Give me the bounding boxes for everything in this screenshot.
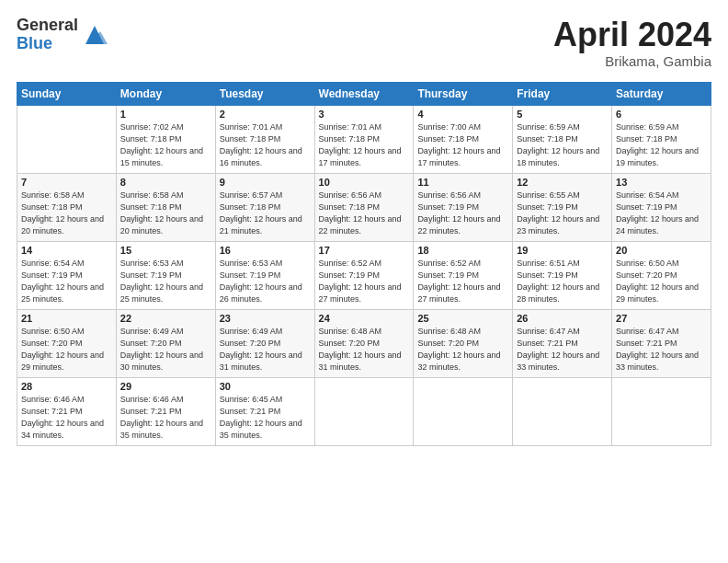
table-row: 26 Sunrise: 6:47 AMSunset: 7:21 PMDaylig… xyxy=(513,309,612,377)
col-thursday: Thursday xyxy=(414,82,513,105)
day-number: 19 xyxy=(517,245,608,256)
calendar-week-0: 1 Sunrise: 7:02 AMSunset: 7:18 PMDayligh… xyxy=(17,105,711,173)
title-month: April 2024 xyxy=(553,17,711,53)
calendar-week-1: 7 Sunrise: 6:58 AMSunset: 7:18 PMDayligh… xyxy=(17,173,711,241)
day-number: 8 xyxy=(120,177,211,188)
day-number: 12 xyxy=(517,177,608,188)
table-row: 18 Sunrise: 6:52 AMSunset: 7:19 PMDaylig… xyxy=(414,241,513,309)
day-number: 27 xyxy=(616,313,707,324)
day-info: Sunrise: 6:54 AMSunset: 7:19 PMDaylight:… xyxy=(616,190,699,236)
day-info: Sunrise: 6:58 AMSunset: 7:18 PMDaylight:… xyxy=(21,190,104,236)
day-info: Sunrise: 7:00 AMSunset: 7:18 PMDaylight:… xyxy=(417,122,500,167)
day-info: Sunrise: 6:48 AMSunset: 7:20 PMDaylight:… xyxy=(319,327,402,372)
day-number: 18 xyxy=(417,245,508,256)
day-number: 21 xyxy=(21,313,112,324)
table-row xyxy=(414,377,513,445)
day-number: 9 xyxy=(220,177,311,188)
title-block: April 2024 Brikama, Gambia xyxy=(553,17,711,69)
table-row: 20 Sunrise: 6:50 AMSunset: 7:20 PMDaylig… xyxy=(612,241,711,309)
table-row: 5 Sunrise: 6:59 AMSunset: 7:18 PMDayligh… xyxy=(513,105,612,173)
day-info: Sunrise: 7:01 AMSunset: 7:18 PMDaylight:… xyxy=(319,122,402,167)
day-number: 1 xyxy=(120,109,211,120)
col-saturday: Saturday xyxy=(612,82,711,105)
day-info: Sunrise: 6:49 AMSunset: 7:20 PMDaylight:… xyxy=(120,327,203,372)
logo-general: General xyxy=(17,17,78,35)
day-info: Sunrise: 6:50 AMSunset: 7:20 PMDaylight:… xyxy=(21,327,104,372)
calendar-week-2: 14 Sunrise: 6:54 AMSunset: 7:19 PMDaylig… xyxy=(17,241,711,309)
table-row: 30 Sunrise: 6:45 AMSunset: 7:21 PMDaylig… xyxy=(215,377,314,445)
logo-icon xyxy=(82,22,108,48)
table-row: 23 Sunrise: 6:49 AMSunset: 7:20 PMDaylig… xyxy=(215,309,314,377)
table-row xyxy=(612,377,711,445)
day-info: Sunrise: 6:59 AMSunset: 7:18 PMDaylight:… xyxy=(517,122,599,167)
day-number: 26 xyxy=(517,313,608,324)
table-row: 15 Sunrise: 6:53 AMSunset: 7:19 PMDaylig… xyxy=(116,241,215,309)
table-row: 29 Sunrise: 6:46 AMSunset: 7:21 PMDaylig… xyxy=(116,377,215,445)
header-row: Sunday Monday Tuesday Wednesday Thursday… xyxy=(17,82,711,105)
day-info: Sunrise: 6:45 AMSunset: 7:21 PMDaylight:… xyxy=(220,395,302,440)
day-info: Sunrise: 6:46 AMSunset: 7:21 PMDaylight:… xyxy=(120,395,203,440)
day-number: 20 xyxy=(616,245,707,256)
table-row xyxy=(314,377,414,445)
title-location: Brikama, Gambia xyxy=(553,53,711,69)
day-number: 7 xyxy=(21,177,112,188)
day-number: 4 xyxy=(417,109,508,120)
calendar-table: Sunday Monday Tuesday Wednesday Thursday… xyxy=(17,82,711,446)
logo-blue: Blue xyxy=(17,35,78,53)
table-row: 28 Sunrise: 6:46 AMSunset: 7:21 PMDaylig… xyxy=(17,377,117,445)
table-row: 12 Sunrise: 6:55 AMSunset: 7:19 PMDaylig… xyxy=(513,173,612,241)
day-number: 15 xyxy=(120,245,211,256)
day-info: Sunrise: 7:02 AMSunset: 7:18 PMDaylight:… xyxy=(120,122,203,167)
table-row: 16 Sunrise: 6:53 AMSunset: 7:19 PMDaylig… xyxy=(215,241,314,309)
day-number: 24 xyxy=(319,313,410,324)
day-info: Sunrise: 6:52 AMSunset: 7:19 PMDaylight:… xyxy=(417,259,500,304)
calendar-week-3: 21 Sunrise: 6:50 AMSunset: 7:20 PMDaylig… xyxy=(17,309,711,377)
table-row: 8 Sunrise: 6:58 AMSunset: 7:18 PMDayligh… xyxy=(116,173,215,241)
table-row: 14 Sunrise: 6:54 AMSunset: 7:19 PMDaylig… xyxy=(17,241,117,309)
day-number: 5 xyxy=(517,109,608,120)
col-friday: Friday xyxy=(513,82,612,105)
day-number: 14 xyxy=(21,245,112,256)
table-row: 7 Sunrise: 6:58 AMSunset: 7:18 PMDayligh… xyxy=(17,173,117,241)
day-number: 11 xyxy=(417,177,508,188)
table-row: 25 Sunrise: 6:48 AMSunset: 7:20 PMDaylig… xyxy=(414,309,513,377)
col-wednesday: Wednesday xyxy=(314,82,414,105)
day-number: 23 xyxy=(220,313,311,324)
table-row: 27 Sunrise: 6:47 AMSunset: 7:21 PMDaylig… xyxy=(612,309,711,377)
day-info: Sunrise: 6:47 AMSunset: 7:21 PMDaylight:… xyxy=(517,327,599,372)
day-number: 3 xyxy=(319,109,410,120)
day-number: 17 xyxy=(319,245,410,256)
day-info: Sunrise: 6:57 AMSunset: 7:18 PMDaylight:… xyxy=(220,190,302,236)
day-number: 13 xyxy=(616,177,707,188)
table-row: 4 Sunrise: 7:00 AMSunset: 7:18 PMDayligh… xyxy=(414,105,513,173)
day-info: Sunrise: 6:55 AMSunset: 7:19 PMDaylight:… xyxy=(517,190,599,236)
table-row xyxy=(513,377,612,445)
day-number: 25 xyxy=(417,313,508,324)
day-number: 30 xyxy=(220,381,311,392)
day-number: 16 xyxy=(220,245,311,256)
day-info: Sunrise: 6:51 AMSunset: 7:19 PMDaylight:… xyxy=(517,259,599,304)
table-row: 17 Sunrise: 6:52 AMSunset: 7:19 PMDaylig… xyxy=(314,241,414,309)
table-row: 6 Sunrise: 6:59 AMSunset: 7:18 PMDayligh… xyxy=(612,105,711,173)
header: General Blue April 2024 Brikama, Gambia xyxy=(17,17,711,69)
table-row: 2 Sunrise: 7:01 AMSunset: 7:18 PMDayligh… xyxy=(215,105,314,173)
table-row: 22 Sunrise: 6:49 AMSunset: 7:20 PMDaylig… xyxy=(116,309,215,377)
col-sunday: Sunday xyxy=(17,82,117,105)
day-info: Sunrise: 6:56 AMSunset: 7:18 PMDaylight:… xyxy=(319,190,402,236)
col-monday: Monday xyxy=(116,82,215,105)
table-row: 3 Sunrise: 7:01 AMSunset: 7:18 PMDayligh… xyxy=(314,105,414,173)
day-info: Sunrise: 6:53 AMSunset: 7:19 PMDaylight:… xyxy=(120,259,203,304)
day-info: Sunrise: 6:49 AMSunset: 7:20 PMDaylight:… xyxy=(220,327,302,372)
table-row: 10 Sunrise: 6:56 AMSunset: 7:18 PMDaylig… xyxy=(314,173,414,241)
table-row: 13 Sunrise: 6:54 AMSunset: 7:19 PMDaylig… xyxy=(612,173,711,241)
day-info: Sunrise: 6:48 AMSunset: 7:20 PMDaylight:… xyxy=(417,327,500,372)
day-number: 29 xyxy=(120,381,211,392)
page: General Blue April 2024 Brikama, Gambia … xyxy=(0,0,728,563)
day-info: Sunrise: 7:01 AMSunset: 7:18 PMDaylight:… xyxy=(220,122,302,167)
logo: General Blue xyxy=(17,17,108,53)
day-number: 10 xyxy=(319,177,410,188)
day-number: 2 xyxy=(220,109,311,120)
table-row: 24 Sunrise: 6:48 AMSunset: 7:20 PMDaylig… xyxy=(314,309,414,377)
day-info: Sunrise: 6:53 AMSunset: 7:19 PMDaylight:… xyxy=(220,259,302,304)
table-row xyxy=(17,105,117,173)
